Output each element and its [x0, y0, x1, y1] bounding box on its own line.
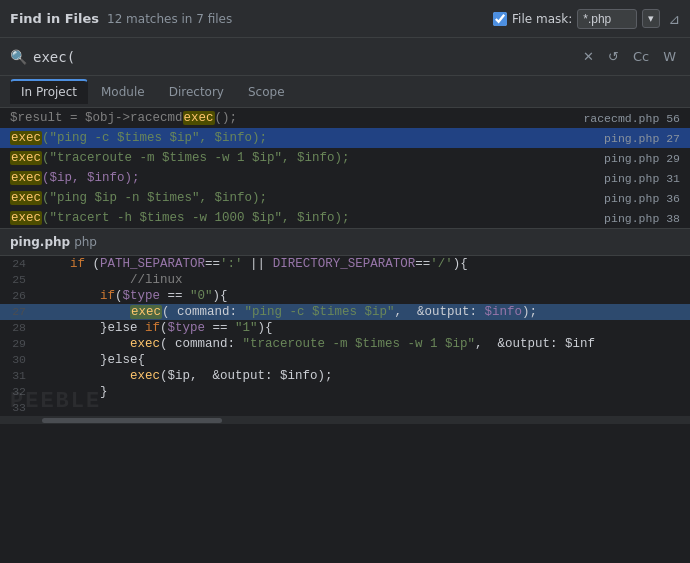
result-suffix: ($ip, $info);	[42, 171, 140, 185]
line-content: if (PATH_SEPARATOR==':' || DIRECTORY_SEP…	[36, 257, 690, 271]
match-case-button[interactable]: Cc	[629, 47, 653, 66]
line-content: if($type == "0"){	[36, 289, 690, 303]
result-item-selected[interactable]: exec("ping -c $times $ip", $info); ping.…	[0, 128, 690, 148]
code-line: 29 exec( command: "traceroute -m $times …	[0, 336, 690, 352]
result-file: ping.php 38	[604, 212, 680, 225]
code-line: 33	[0, 400, 690, 416]
tab-module[interactable]: Module	[90, 80, 156, 104]
line-number: 26	[0, 289, 36, 302]
result-code: exec("ping -c $times $ip", $info);	[10, 131, 594, 145]
code-line: 32 }	[0, 384, 690, 400]
result-file: ping.php 27	[604, 132, 680, 145]
search-actions: ✕ ↺ Cc W	[579, 47, 680, 66]
line-number: 32	[0, 385, 36, 398]
line-number: 31	[0, 369, 36, 382]
code-line: 30 }else{	[0, 352, 690, 368]
search-icon: 🔍	[10, 49, 27, 65]
file-mask-checkbox[interactable]	[493, 12, 507, 26]
file-mask-input[interactable]	[577, 9, 637, 29]
result-file: ping.php 31	[604, 172, 680, 185]
line-number: 28	[0, 321, 36, 334]
filter-icon[interactable]: ⊿	[668, 11, 680, 27]
result-file: racecmd.php 56	[583, 112, 680, 125]
line-number: 30	[0, 353, 36, 366]
file-mask-label: File mask:	[512, 12, 572, 26]
refresh-search-button[interactable]: ↺	[604, 47, 623, 66]
line-number: 25	[0, 273, 36, 286]
result-code: exec("ping $ip -n $times", $info);	[10, 191, 594, 205]
code-line: 28 }else if($type == "1"){	[0, 320, 690, 336]
whole-word-button[interactable]: W	[659, 47, 680, 66]
code-view-header: ping.php php	[0, 228, 690, 256]
result-code: exec("tracert -h $times -w 1000 $ip", $i…	[10, 211, 594, 225]
file-mask-area: File mask: ▾	[493, 9, 660, 29]
clear-search-button[interactable]: ✕	[579, 47, 598, 66]
result-suffix: ("ping $ip -n $times", $info);	[42, 191, 267, 205]
tab-directory[interactable]: Directory	[158, 80, 235, 104]
result-suffix: ();	[215, 111, 238, 125]
code-line-highlighted: 27 exec( command: "ping -c $times $ip", …	[0, 304, 690, 320]
search-input[interactable]	[33, 49, 573, 65]
find-in-files-header: Find in Files 12 matches in 7 files File…	[0, 0, 690, 38]
result-item[interactable]: exec("traceroute -m $times -w 1 $ip", $i…	[0, 148, 690, 168]
scope-tabs: In Project Module Directory Scope	[0, 76, 690, 108]
result-exec-match: exec	[10, 191, 42, 205]
result-file: ping.php 29	[604, 152, 680, 165]
tab-scope[interactable]: Scope	[237, 80, 296, 104]
result-item[interactable]: exec("tracert -h $times -w 1000 $ip", $i…	[0, 208, 690, 228]
exec-highlight: exec	[130, 305, 162, 319]
line-content	[36, 401, 690, 415]
code-line: 24 if (PATH_SEPARATOR==':' || DIRECTORY_…	[0, 256, 690, 272]
result-prefix: $result = $obj->racecmd	[10, 111, 183, 125]
result-exec-match: exec	[10, 211, 42, 225]
code-line: 26 if($type == "0"){	[0, 288, 690, 304]
code-line: 25 //linux	[0, 272, 690, 288]
line-content: }else if($type == "1"){	[36, 321, 690, 335]
line-content: //linux	[36, 273, 690, 287]
search-bar: 🔍 ✕ ↺ Cc W	[0, 38, 690, 76]
result-code: exec("traceroute -m $times -w 1 $ip", $i…	[10, 151, 594, 165]
result-item[interactable]: $result = $obj->racecmdexec(); racecmd.p…	[0, 108, 690, 128]
results-list: $result = $obj->racecmdexec(); racecmd.p…	[0, 108, 690, 228]
tab-in-project[interactable]: In Project	[10, 79, 88, 104]
horizontal-scrollbar[interactable]	[0, 416, 690, 424]
code-filename: ping.php	[10, 235, 70, 249]
result-code: exec($ip, $info);	[10, 171, 594, 185]
line-content: exec( command: "ping -c $times $ip", &ou…	[36, 305, 690, 319]
file-mask-dropdown[interactable]: ▾	[642, 9, 660, 28]
scrollbar-thumb[interactable]	[42, 418, 222, 423]
result-exec-match: exec	[183, 111, 215, 125]
line-number: 33	[0, 401, 36, 414]
result-item[interactable]: exec("ping $ip -n $times", $info); ping.…	[0, 188, 690, 208]
line-number: 29	[0, 337, 36, 350]
result-code: $result = $obj->racecmdexec();	[10, 111, 573, 125]
code-ext: php	[74, 235, 97, 249]
result-exec-match: exec	[10, 131, 42, 145]
result-suffix: ("ping -c $times $ip", $info);	[42, 131, 267, 145]
match-count: 12 matches in 7 files	[107, 12, 485, 26]
result-file: ping.php 36	[604, 192, 680, 205]
line-number: 24	[0, 257, 36, 270]
line-content: exec( command: "traceroute -m $times -w …	[36, 337, 690, 351]
result-exec-match: exec	[10, 151, 42, 165]
line-number: 27	[0, 305, 36, 318]
result-suffix: ("traceroute -m $times -w 1 $ip", $info)…	[42, 151, 350, 165]
code-line: 31 exec($ip, &output: $info);	[0, 368, 690, 384]
code-view: 24 if (PATH_SEPARATOR==':' || DIRECTORY_…	[0, 256, 690, 416]
result-item[interactable]: exec($ip, $info); ping.php 31	[0, 168, 690, 188]
line-content: }	[36, 385, 690, 399]
line-content: exec($ip, &output: $info);	[36, 369, 690, 383]
panel-title: Find in Files	[10, 11, 99, 26]
line-content: }else{	[36, 353, 690, 367]
result-suffix: ("tracert -h $times -w 1000 $ip", $info)…	[42, 211, 350, 225]
result-exec-match: exec	[10, 171, 42, 185]
